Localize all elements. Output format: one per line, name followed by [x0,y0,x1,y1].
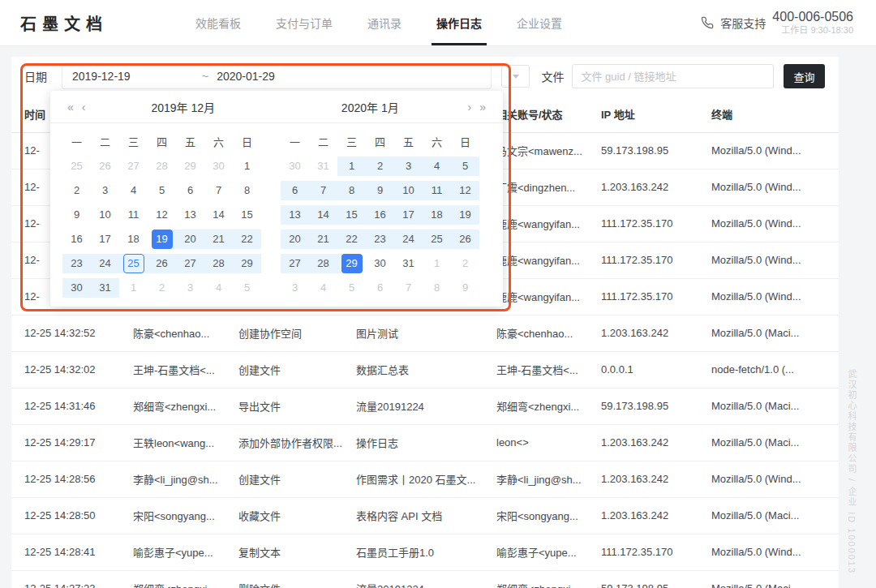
calendar-day[interactable]: 14 [309,203,337,227]
calendar-day[interactable]: 13 [281,203,309,227]
calendar-day[interactable]: 18 [119,227,148,251]
calendar-day[interactable]: 10 [91,203,119,227]
prev-month-icon[interactable]: ‹ [78,101,90,114]
calendar-day[interactable]: 8 [233,178,261,203]
calendar-day[interactable]: 4 [309,276,337,300]
calendar-day[interactable]: 15 [337,203,366,227]
calendar-day[interactable]: 4 [204,276,233,300]
calendar-day[interactable]: 20 [281,227,309,251]
calendar-day[interactable]: 12 [148,203,176,227]
calendar-day[interactable]: 24 [91,251,119,276]
calendar-day[interactable]: 22 [337,227,366,251]
calendar-day[interactable]: 30 [281,154,309,178]
calendar-day[interactable]: 19 [451,203,479,227]
calendar-day[interactable]: 25 [423,227,451,251]
calendar-day[interactable]: 29 [176,154,204,178]
calendar-day[interactable]: 2 [148,276,176,300]
calendar-day[interactable]: 9 [62,203,91,227]
calendar-day[interactable]: 27 [281,251,309,276]
calendar-day[interactable]: 21 [309,227,337,251]
calendar-day[interactable]: 5 [451,154,479,178]
calendar-day[interactable]: 17 [91,227,119,251]
calendar-day[interactable]: 17 [394,203,423,227]
calendar-day[interactable]: 10 [394,178,423,203]
next-month-icon[interactable]: › [464,101,476,114]
table-cell: 李静<li_jing@sh... [496,461,601,497]
calendar-day[interactable]: 4 [119,178,148,203]
calendar-day[interactable]: 4 [423,154,451,178]
calendar-day[interactable]: 6 [366,276,394,300]
calendar-day[interactable]: 27 [176,251,204,276]
calendar-day[interactable]: 19 [148,227,176,251]
calendar-day[interactable]: 31 [394,251,423,276]
calendar-day[interactable]: 23 [366,227,394,251]
calendar-day[interactable]: 12 [451,178,479,203]
calendar-day[interactable]: 16 [62,227,91,251]
calendar-day[interactable]: 2 [451,251,479,276]
calendar-day[interactable]: 29 [233,251,261,276]
calendar-day[interactable]: 31 [309,154,337,178]
calendar-day[interactable]: 5 [233,276,261,300]
calendar-day[interactable]: 1 [119,276,148,300]
calendar-day[interactable]: 28 [148,154,176,178]
calendar-day[interactable]: 5 [148,178,176,203]
calendar-day[interactable]: 3 [281,276,309,300]
calendar-day[interactable]: 27 [119,154,148,178]
calendar-day[interactable]: 7 [309,178,337,203]
calendar-day[interactable]: 1 [337,154,366,178]
calendar-day[interactable]: 5 [337,276,366,300]
calendar-day[interactable]: 7 [204,178,233,203]
calendar-day[interactable]: 11 [119,203,148,227]
calendar-day[interactable]: 26 [451,227,479,251]
calendar-day[interactable]: 1 [233,154,261,178]
calendar-day[interactable]: 13 [176,203,204,227]
calendar-day[interactable]: 8 [337,178,366,203]
calendar-day[interactable]: 31 [91,276,119,300]
calendar-day[interactable]: 9 [366,178,394,203]
nav-item-link[interactable]: 企业设置 [517,0,562,45]
calendar-day[interactable]: 28 [309,251,337,276]
calendar-day[interactable]: 3 [176,276,204,300]
calendar-day[interactable]: 16 [366,203,394,227]
calendar-day[interactable]: 23 [62,251,91,276]
calendar-day[interactable]: 3 [394,154,423,178]
calendar-day[interactable]: 22 [233,227,261,251]
nav-item-link[interactable]: 通讯录 [367,0,402,45]
calendar-day[interactable]: 21 [204,227,233,251]
calendar-day[interactable]: 7 [394,276,423,300]
calendar-day[interactable]: 30 [62,276,91,300]
prev-year-icon[interactable]: « [63,101,78,114]
query-button[interactable]: 查询 [784,64,825,88]
calendar-day[interactable]: 11 [423,178,451,203]
date-range-end-value[interactable]: 2020-01-29 [217,70,275,83]
date-range-start-value[interactable]: 2019-12-19 [72,70,202,83]
calendar-day[interactable]: 26 [148,251,176,276]
calendar-day[interactable]: 9 [451,276,479,300]
file-guid-input[interactable] [572,64,773,88]
calendar-day[interactable]: 26 [91,154,119,178]
calendar-day[interactable]: 2 [62,178,91,203]
calendar-day[interactable]: 6 [281,178,309,203]
calendar-day[interactable]: 3 [91,178,119,203]
date-range-input[interactable]: 2019-12-19 ~ 2020-01-29 [62,63,492,89]
calendar-day[interactable]: 20 [176,227,204,251]
calendar-day[interactable]: 6 [176,178,204,203]
calendar-day[interactable]: 30 [366,251,394,276]
calendar-day[interactable]: 14 [204,203,233,227]
calendar-day[interactable]: 18 [423,203,451,227]
calendar-day[interactable]: 8 [423,276,451,300]
calendar-day[interactable]: 28 [204,251,233,276]
calendar-day[interactable]: 1 [423,251,451,276]
calendar-day[interactable]: 29 [337,251,366,276]
nav-item-link[interactable]: 支付与订单 [276,0,333,45]
date-preset-select[interactable] [501,65,530,88]
nav-item-active[interactable]: 操作日志 [436,0,482,45]
calendar-day[interactable]: 30 [204,154,233,178]
calendar-day[interactable]: 2 [366,154,394,178]
next-year-icon[interactable]: » [475,101,490,114]
nav-item-link[interactable]: 效能看板 [195,0,241,45]
calendar-day[interactable]: 15 [233,203,261,227]
calendar-day[interactable]: 25 [62,154,91,178]
calendar-day[interactable]: 24 [394,227,423,251]
calendar-day[interactable]: 25 [119,251,148,276]
